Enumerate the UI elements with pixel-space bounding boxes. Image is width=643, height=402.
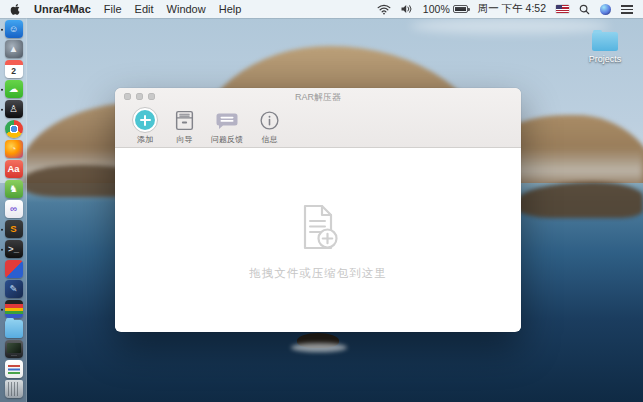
notification-center-icon[interactable] (621, 5, 633, 14)
volume-icon[interactable] (401, 4, 413, 14)
folder-icon (592, 32, 618, 51)
media-player-icon[interactable] (4, 300, 23, 319)
wizard-button-label: 向导 (177, 134, 193, 145)
info-circle-icon (258, 107, 281, 133)
qq-icon[interactable]: ♙ (4, 100, 23, 119)
firefox-icon[interactable]: ◔ (4, 140, 23, 159)
battery-status[interactable]: 100% (423, 3, 468, 15)
siri-icon[interactable] (600, 4, 611, 15)
add-plus-icon (132, 107, 158, 133)
add-button[interactable]: 添加 (132, 107, 158, 145)
window-header: RAR解压器 添加 向导 (115, 88, 521, 148)
info-button-label: 信息 (262, 134, 278, 145)
red-dictionary-icon[interactable]: Aa (4, 160, 23, 179)
notes-icon[interactable] (4, 360, 23, 379)
feedback-bubble-icon (215, 107, 239, 133)
unrar-app-window: RAR解压器 添加 向导 (115, 88, 521, 332)
trash-icon[interactable] (4, 380, 23, 399)
wifi-icon[interactable] (377, 4, 391, 15)
dock: ☺▲2☁♙◔Aa♞∞S>_✎ (0, 18, 27, 402)
terminal-icon[interactable]: >_ (4, 240, 23, 259)
close-window-button[interactable] (124, 93, 131, 100)
calendar-icon[interactable]: 2 (4, 60, 23, 79)
spotlight-search-icon[interactable] (579, 4, 590, 15)
menu-bar-clock[interactable]: 周一 下午 4:52 (478, 2, 546, 16)
drop-zone[interactable]: 拖拽文件或压缩包到这里 (115, 148, 521, 331)
us-flag-icon[interactable] (556, 5, 569, 14)
menu-window[interactable]: Window (167, 3, 206, 15)
feedback-button-label: 问题反馈 (211, 134, 243, 145)
menu-edit[interactable]: Edit (135, 3, 154, 15)
menu-bar: Unrar4Mac FileEditWindowHelp 100% 周一 下午 … (0, 0, 643, 18)
add-button-label: 添加 (137, 134, 153, 145)
battery-percent: 100% (423, 3, 450, 15)
evernote-icon[interactable]: ♞ (4, 180, 23, 199)
active-app-name[interactable]: Unrar4Mac (34, 3, 91, 15)
menu-items: FileEditWindowHelp (104, 3, 241, 15)
chrome-icon[interactable] (4, 120, 23, 139)
red-blue-cube-icon[interactable] (4, 260, 23, 279)
wizard-button[interactable]: 向导 (173, 107, 196, 145)
display-icon[interactable] (4, 340, 23, 359)
finder-icon[interactable]: ☺ (4, 20, 23, 39)
feedback-button[interactable]: 问题反馈 (211, 107, 243, 145)
add-document-icon (290, 199, 346, 255)
zoom-window-button[interactable] (148, 93, 155, 100)
apple-menu-icon[interactable] (10, 3, 21, 16)
traffic-lights (124, 93, 155, 100)
toolbar: 添加 向导 (115, 104, 521, 145)
sea-rock (297, 333, 339, 348)
menu-help[interactable]: Help (219, 3, 242, 15)
blue-pen-icon[interactable]: ✎ (4, 280, 23, 299)
loops-photos-icon[interactable]: ∞ (4, 200, 23, 219)
launchpad-icon[interactable]: ▲ (4, 40, 23, 59)
battery-icon (453, 5, 468, 13)
drop-hint-text: 拖拽文件或压缩包到这里 (249, 266, 387, 281)
wizard-drawer-icon (173, 107, 196, 133)
sublime-text-icon[interactable]: S (4, 220, 23, 239)
folder-label: Projects (588, 54, 622, 64)
info-button[interactable]: 信息 (258, 107, 281, 145)
window-title: RAR解压器 (115, 88, 521, 104)
minimize-window-button[interactable] (136, 93, 143, 100)
wechat-icon[interactable]: ☁ (4, 80, 23, 99)
blue-folder-icon[interactable] (4, 320, 23, 339)
cloud (410, 18, 610, 34)
menu-file[interactable]: File (104, 3, 122, 15)
desktop-folder-projects[interactable]: Projects (588, 32, 622, 64)
